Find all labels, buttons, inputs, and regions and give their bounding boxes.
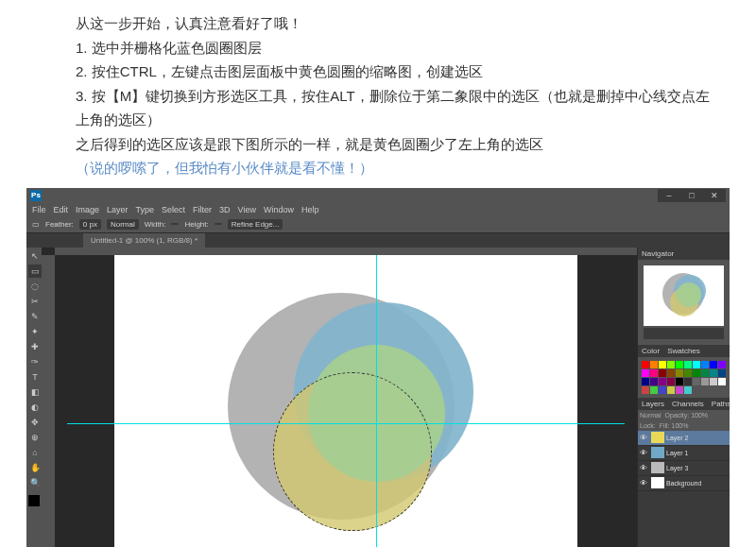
swatch[interactable] [701, 361, 709, 368]
layer-row[interactable]: 👁 Layer 3 [638, 461, 730, 476]
layer-thumbnail[interactable] [651, 477, 664, 488]
gradient-tool[interactable]: ◧ [28, 385, 42, 399]
swatch[interactable] [667, 361, 675, 368]
feather-input[interactable]: 0 px [79, 219, 101, 230]
menu-filter[interactable]: Filter [193, 205, 212, 214]
layer-row[interactable]: 👁 Layer 1 [638, 446, 730, 461]
swatch[interactable] [676, 386, 683, 394]
swatch[interactable] [650, 378, 658, 385]
marquee-tool[interactable]: ▭ [28, 265, 42, 278]
heal-tool[interactable]: ✦ [28, 325, 42, 338]
swatch[interactable] [710, 378, 717, 385]
swatch[interactable] [684, 369, 692, 377]
swatch[interactable] [701, 378, 709, 385]
swatch[interactable] [650, 386, 658, 394]
visibility-icon[interactable]: 👁 [640, 434, 649, 442]
type-tool[interactable]: ⊕ [28, 431, 42, 444]
pen-tool[interactable]: ✥ [28, 416, 42, 429]
layer-name[interactable]: Background [666, 480, 701, 487]
swatch[interactable] [659, 361, 666, 368]
opacity-input[interactable]: Opacity: 100% [665, 412, 709, 419]
brush-tool[interactable]: ✚ [28, 340, 42, 353]
hand-tool[interactable]: ✋ [28, 461, 42, 474]
swatch[interactable] [693, 378, 700, 385]
fill-input[interactable]: Fill: 100% [660, 422, 689, 429]
swatch[interactable] [684, 378, 692, 385]
move-tool[interactable]: ↖ [28, 249, 42, 263]
swatch[interactable] [676, 378, 683, 385]
menu-help[interactable]: Help [301, 205, 319, 214]
swatch-grid[interactable] [642, 361, 726, 394]
width-input[interactable] [171, 223, 179, 225]
menu-type[interactable]: Type [136, 205, 155, 214]
marquee-tool-icon[interactable]: ▭ [32, 220, 40, 229]
swatch[interactable] [667, 369, 675, 377]
color-tab[interactable]: Color [638, 345, 663, 357]
menu-edit[interactable]: Edit [54, 205, 69, 214]
navigator-thumbnail[interactable] [644, 265, 724, 326]
layer-name[interactable]: Layer 3 [666, 465, 688, 471]
swatch[interactable] [701, 369, 709, 377]
swatch[interactable] [676, 369, 683, 377]
height-input[interactable] [215, 223, 222, 225]
swatch[interactable] [684, 386, 692, 394]
refine-edge-button[interactable]: Refine Edge... [228, 219, 284, 230]
swatch[interactable] [659, 369, 666, 377]
layer-row[interactable]: 👁 Layer 2 [638, 431, 730, 446]
foreground-color[interactable] [28, 495, 40, 506]
guide-horizontal[interactable] [67, 423, 625, 424]
swatch[interactable] [718, 378, 726, 385]
layer-thumbnail[interactable] [651, 462, 664, 473]
zoom-slider[interactable] [644, 328, 724, 339]
layers-tab[interactable]: Layers [638, 398, 668, 410]
swatch[interactable] [693, 369, 700, 377]
swatch[interactable] [642, 361, 649, 368]
menu-view[interactable]: View [238, 205, 256, 214]
swatch[interactable] [718, 361, 726, 368]
swatch[interactable] [667, 378, 675, 385]
visibility-icon[interactable]: 👁 [640, 449, 649, 457]
layer-thumbnail[interactable] [651, 432, 664, 443]
blur-tool[interactable]: ◐ [28, 401, 42, 414]
swatch[interactable] [710, 369, 717, 377]
zoom-tool[interactable]: 🔍 [28, 476, 42, 489]
layer-name[interactable]: Layer 1 [666, 450, 688, 456]
menu-image[interactable]: Image [76, 205, 99, 214]
swatches-tab[interactable]: Swatches [663, 345, 704, 357]
visibility-icon[interactable]: 👁 [640, 479, 649, 487]
swatch[interactable] [642, 378, 649, 385]
blend-mode-select[interactable]: Normal [640, 412, 662, 419]
maximize-button[interactable]: □ [680, 189, 703, 202]
document-tab[interactable]: Untitled-1 @ 100% (1, RGB/8) * [83, 233, 205, 248]
shape-tool[interactable]: ⌂ [28, 446, 42, 459]
swatch[interactable] [693, 361, 700, 368]
style-select[interactable]: Normal [107, 219, 139, 230]
swatch[interactable] [642, 386, 649, 394]
close-button[interactable]: ✕ [703, 189, 726, 202]
canvas[interactable] [55, 255, 637, 547]
layer-row[interactable]: 👁 Background [638, 476, 730, 491]
channels-tab[interactable]: Channels [668, 398, 708, 410]
eyedropper-tool[interactable]: ✎ [28, 310, 42, 323]
ruler-horizontal[interactable] [55, 248, 637, 256]
swatch[interactable] [710, 361, 717, 368]
menu-window[interactable]: Window [264, 205, 294, 214]
guide-vertical[interactable] [376, 255, 377, 547]
ruler-vertical[interactable] [42, 255, 55, 547]
swatch[interactable] [659, 386, 666, 394]
paths-tab[interactable]: Paths [708, 398, 734, 410]
layer-name[interactable]: Layer 2 [666, 435, 688, 441]
layer-thumbnail[interactable] [651, 447, 664, 458]
swatch[interactable] [684, 361, 692, 368]
crop-tool[interactable]: ✂ [28, 295, 42, 308]
swatch[interactable] [676, 361, 683, 368]
menu-file[interactable]: File [32, 205, 46, 214]
visibility-icon[interactable]: 👁 [640, 464, 649, 472]
swatch[interactable] [642, 369, 649, 377]
swatch[interactable] [650, 361, 658, 368]
eraser-tool[interactable]: T [28, 370, 42, 384]
swatch[interactable] [718, 369, 726, 377]
lasso-tool[interactable]: ◌ [28, 280, 42, 293]
menu-select[interactable]: Select [162, 205, 185, 214]
menu-3d[interactable]: 3D [219, 205, 231, 214]
